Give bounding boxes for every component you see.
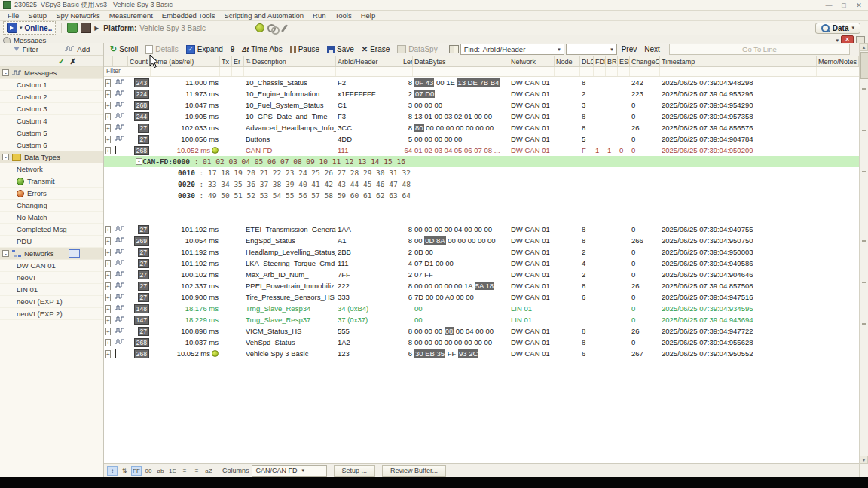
tree-item-neovi-exp-1[interactable]: neoVI (EXP 1) xyxy=(0,296,103,308)
filter-cell[interactable] xyxy=(151,67,220,76)
next-button[interactable]: Next xyxy=(641,45,663,53)
columns-select[interactable]: CAN/CAN FD ▾ xyxy=(252,465,327,477)
table-row[interactable]: +26810.052 msVehicle Spy 3 Basic123630 E… xyxy=(104,348,859,359)
signal-display-button[interactable]: 1E xyxy=(167,466,178,476)
hex-display-button[interactable]: FF xyxy=(131,466,142,476)
expand-row-button[interactable]: + xyxy=(105,328,111,335)
canfd-dump-line[interactable]: - CAN-FD:0000 : 01 02 03 04 05 06 07 08 … xyxy=(104,156,859,167)
expand-row-button[interactable]: + xyxy=(105,339,111,346)
run-icon[interactable]: ▶ xyxy=(94,25,99,32)
collapse-icon[interactable]: - xyxy=(2,154,9,160)
expand-row-button[interactable]: + xyxy=(105,316,111,324)
filter-cell[interactable] xyxy=(413,67,509,76)
tree-item-lin-01[interactable]: LIN 01 xyxy=(0,284,103,296)
tree-item-network[interactable]: Network xyxy=(0,163,103,175)
find-book-icon[interactable] xyxy=(449,45,459,53)
tree-group-networks[interactable]: -Networks xyxy=(0,248,103,260)
table-row[interactable]: +26810.037 msVehSpd_Status1A2800 00 00 0… xyxy=(104,337,859,348)
column-header-node[interactable]: Node xyxy=(555,56,580,66)
table-row[interactable]: +27100.898 msVICM_Status_HS555800 00 00 … xyxy=(104,325,859,337)
table-row[interactable]: +24410.905 ms10_GPS_Date_and_TimeF3813 0… xyxy=(104,111,859,122)
tree-item-errors[interactable]: Errors xyxy=(0,188,103,200)
filter-cell[interactable] xyxy=(509,67,555,76)
expand-row-button[interactable]: + xyxy=(105,226,111,233)
uncheck-all-icon[interactable]: ✗ xyxy=(70,57,76,66)
expand-all-button[interactable]: ≡ xyxy=(179,466,190,476)
tree-item-custom-4[interactable]: Custom 4 xyxy=(0,115,103,127)
expand-row-button[interactable]: + xyxy=(105,282,111,290)
platform-select[interactable]: Vehicle Spy 3 Basic xyxy=(139,24,252,32)
column-header-chg[interactable]: ChangeCnt xyxy=(630,56,660,66)
expand-row-button[interactable]: + xyxy=(105,237,111,245)
status-ball-icon[interactable] xyxy=(255,23,264,32)
find-text-select[interactable]: ▾ xyxy=(566,44,617,55)
menu-item-tools[interactable]: Tools xyxy=(331,11,356,20)
minimize-button[interactable]: — xyxy=(823,2,835,9)
expand-row-button[interactable]: + xyxy=(105,271,111,279)
tree-item-changing[interactable]: Changing xyxy=(0,200,103,212)
menu-item-help[interactable]: Help xyxy=(356,11,381,20)
tree-item-custom-6[interactable]: Custom 6 xyxy=(0,139,103,151)
decimal-display-button[interactable]: 00 xyxy=(143,466,154,476)
filter-cell[interactable] xyxy=(594,67,606,76)
save-button[interactable]: Save xyxy=(324,45,357,53)
column-header-er[interactable]: Er xyxy=(232,56,244,66)
online-button[interactable]: ▾ Online.. xyxy=(3,21,56,35)
menu-item-run[interactable]: Run xyxy=(308,11,330,20)
menu-item-setup[interactable]: Setup xyxy=(23,11,51,20)
collapse-dump-button[interactable]: - xyxy=(136,158,142,165)
filter-cell[interactable] xyxy=(402,67,413,76)
expand-button[interactable]: ✓ Expand xyxy=(183,45,226,54)
menu-item-spy-networks[interactable]: Spy Networks xyxy=(51,11,105,20)
column-header-memo[interactable]: Memo/Notes xyxy=(817,56,859,66)
tree-group-messages[interactable]: -Messages xyxy=(0,67,103,79)
column-header-esi[interactable]: ESI xyxy=(618,56,630,66)
expand-row-button[interactable]: + xyxy=(105,124,111,132)
expand-row-button[interactable]: + xyxy=(105,350,111,358)
column-header-len[interactable]: Len xyxy=(402,56,413,66)
collapse-icon[interactable]: - xyxy=(2,69,9,76)
digits-button[interactable]: 9 xyxy=(228,45,238,53)
column-header-arb[interactable]: ArbId/Header xyxy=(336,56,402,66)
column-header-ts[interactable]: Timestamp xyxy=(660,56,817,66)
sort-order-button[interactable]: aZ xyxy=(203,466,214,476)
settings-gears-icon[interactable] xyxy=(267,24,277,32)
menu-item-embedded-tools[interactable]: Embedded Tools xyxy=(157,11,220,20)
autoscroll-button[interactable]: ⇅ xyxy=(119,466,130,476)
expand-row-button[interactable]: + xyxy=(105,249,111,256)
ascii-display-button[interactable]: ab xyxy=(155,466,166,476)
tree-group-data-types[interactable]: -Data Types xyxy=(0,151,103,163)
column-header-net[interactable]: Network xyxy=(509,56,555,66)
maximize-button[interactable]: □ xyxy=(838,2,850,9)
expand-row-button[interactable]: + xyxy=(105,79,111,87)
capture-icon[interactable] xyxy=(81,23,91,33)
filter-cell[interactable] xyxy=(618,67,630,76)
filter-cell[interactable] xyxy=(606,67,618,76)
scroll-up-arrow[interactable]: ▲ xyxy=(860,43,868,51)
expand-row-button[interactable]: + xyxy=(105,147,111,154)
column-header-time[interactable]: Time (abs/rel) xyxy=(151,56,220,66)
table-row[interactable]: +27100.102 msMax_Arb_ID_Num_7FF207 FFDW … xyxy=(104,269,859,280)
filter-cell[interactable] xyxy=(555,67,580,76)
tree-item-custom-2[interactable]: Custom 2 xyxy=(0,91,103,103)
table-row[interactable]: +22411.973 ms10_Engine_Informationx1FFFF… xyxy=(104,88,859,99)
filter-cell[interactable] xyxy=(817,67,859,76)
column-header-brs[interactable]: BRS xyxy=(606,56,618,66)
messages-view-icon[interactable] xyxy=(67,23,78,33)
tree-item-pdu[interactable]: PDU xyxy=(0,236,103,248)
time-abs-button[interactable]: Δt Time Abs xyxy=(239,45,285,53)
go-to-line-input[interactable]: Go To Line xyxy=(669,44,850,55)
tree-item-neovi-exp-2[interactable]: neoVI (EXP 2) xyxy=(0,308,103,320)
tree-item-no-match[interactable]: No Match xyxy=(0,212,103,224)
filter-cell[interactable] xyxy=(580,67,594,76)
table-row[interactable]: +27100.056 msButtons4DD500 00 00 00 00DW… xyxy=(104,133,859,145)
prev-button[interactable]: Prev xyxy=(619,45,640,53)
tree-item-transmit[interactable]: Transmit xyxy=(0,175,103,188)
scrollbar-thumb[interactable] xyxy=(860,52,868,79)
expand-row-button[interactable]: + xyxy=(105,305,111,313)
erase-button[interactable]: ✕ Erase xyxy=(359,45,393,53)
filter-cell[interactable] xyxy=(660,67,817,76)
table-row[interactable]: +26910.054 msEngSpd_StatusA1800 0D 8A 00… xyxy=(104,235,859,246)
table-row[interactable]: +26810.047 ms10_Fuel_System_StatusC1300 … xyxy=(104,99,859,111)
tree-item-custom-1[interactable]: Custom 1 xyxy=(0,79,103,91)
